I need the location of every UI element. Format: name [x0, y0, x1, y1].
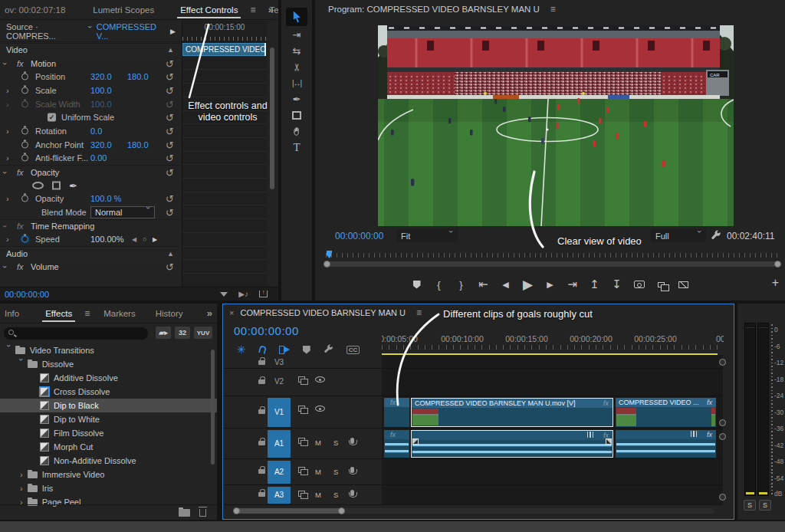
mute-button[interactable]: M — [315, 468, 321, 476]
lock-icon[interactable] — [258, 409, 265, 414]
zoom-level-select[interactable]: Fit› — [396, 229, 458, 242]
hand-tool[interactable] — [287, 124, 307, 139]
stopwatch-icon[interactable] — [21, 74, 28, 80]
kf-prev-icon[interactable]: ◀ — [132, 236, 136, 243]
reset-icon[interactable]: ↺ — [166, 84, 174, 96]
nest-toggle-icon[interactable]: ✳ — [237, 343, 246, 356]
tree-immersive-video[interactable]: ›Immersive Video — [0, 468, 217, 481]
32bit-badge[interactable]: 32 — [175, 327, 190, 339]
reset-icon[interactable]: ↺ — [166, 261, 174, 272]
ripple-edit-tool[interactable]: ⇆ — [287, 44, 307, 58]
chevron-right-icon[interactable]: › — [6, 235, 9, 244]
sync-lock-icon[interactable] — [298, 491, 305, 497]
sync-lock-icon[interactable] — [298, 438, 305, 444]
track-label-v2[interactable]: V2 — [268, 377, 291, 386]
chevron-down-icon[interactable]: › — [1, 171, 10, 174]
solo-left-button[interactable]: S — [744, 500, 756, 511]
mic-icon[interactable] — [350, 438, 354, 444]
stopwatch-icon[interactable] — [21, 127, 28, 134]
ec-scrollbar[interactable] — [270, 48, 274, 189]
comparison-view-button[interactable] — [656, 282, 667, 287]
solo-button[interactable]: S — [333, 438, 338, 447]
go-to-out-button[interactable]: ⇥ — [567, 277, 578, 291]
play-button[interactable]: ▶ — [523, 277, 534, 293]
go-to-in-button[interactable]: ⇤ — [478, 277, 489, 291]
reset-icon[interactable]: ↺ — [166, 57, 174, 69]
timeline-ruler[interactable]: 0:00:05:00 00:00:10:00 00:00:15:00 00:00… — [382, 329, 724, 352]
mic-icon[interactable] — [350, 490, 354, 496]
slip-tool[interactable]: |↔| — [287, 76, 307, 90]
anchor-y-value[interactable]: 180.0 — [127, 140, 149, 149]
trash-icon[interactable] — [199, 509, 206, 517]
rectangle-tool[interactable] — [287, 108, 307, 123]
fade-handle[interactable] — [412, 438, 419, 445]
reset-icon[interactable]: ↺ — [166, 207, 174, 218]
panel-menu-icon[interactable]: ≡ — [550, 4, 556, 15]
mute-button[interactable]: M — [315, 491, 321, 499]
sync-lock-icon[interactable] — [298, 376, 305, 383]
effect-volume[interactable]: Volume — [31, 262, 59, 271]
filter-icon[interactable] — [220, 292, 228, 297]
new-bin-icon[interactable] — [179, 509, 190, 517]
clip2-video[interactable]: COMPRESSED VIDEO ... fx — [616, 398, 716, 427]
tree-dissolve[interactable]: ›Dissolve — [0, 357, 217, 371]
panel-menu-icon[interactable]: ≡ — [250, 5, 255, 15]
captions-icon[interactable]: CC — [347, 346, 360, 354]
effects-scrollbar[interactable] — [211, 350, 215, 465]
type-tool[interactable]: T — [287, 140, 307, 155]
yuv-badge[interactable]: YUV — [194, 327, 212, 339]
tree-dip-to-black[interactable]: Dip to Black — [0, 399, 217, 412]
accelerated-effects-badge[interactable]: ▰▸ — [156, 327, 171, 339]
chevron-right-icon[interactable]: › — [6, 126, 9, 136]
chevron-right-icon[interactable]: › — [6, 194, 9, 203]
stopwatch-icon[interactable] — [21, 141, 28, 148]
play-icon[interactable]: ▶ — [170, 28, 176, 35]
track-label-a2[interactable]: A2 — [268, 461, 291, 484]
scale-value[interactable]: 100.0 — [90, 86, 112, 95]
effect-opacity[interactable]: Opacity — [31, 168, 59, 177]
audio-clip1[interactable]: fx — [411, 430, 613, 458]
step-back-button[interactable]: ◀ — [501, 280, 511, 290]
clip1-video[interactable]: COMPRESSED VIDEO BARNSLEY MAN U.mov [V] … — [411, 398, 613, 427]
tree-morph-cut[interactable]: Morph Cut — [0, 440, 217, 454]
position-x-value[interactable]: 320.0 — [90, 72, 112, 81]
linked-selection-icon[interactable] — [279, 345, 290, 354]
reset-icon[interactable]: ↺ — [166, 125, 174, 136]
tree-non-additive-dissolve[interactable]: Non-Additive Dissolve — [0, 454, 217, 468]
lock-icon[interactable] — [258, 441, 265, 445]
section-audio[interactable]: Audio — [6, 249, 28, 258]
scroll-handle[interactable] — [719, 494, 726, 501]
rotation-value[interactable]: 0.0 — [90, 126, 102, 136]
sequence-tab-title[interactable]: COMPRESSED VIDEO BARNSLEY MAN U — [240, 308, 406, 317]
opacity-value[interactable]: 100.0 % — [90, 194, 121, 203]
clip-fragment-v1[interactable]: fx — [384, 398, 409, 427]
multicam-toggle-button[interactable] — [678, 281, 689, 288]
chevron-right-icon[interactable]: › — [6, 86, 9, 95]
collapse-icon[interactable]: ▲ — [167, 250, 174, 258]
tab-effect-controls[interactable]: Effect Controls — [172, 0, 245, 20]
mark-in-button[interactable]: { — [434, 279, 445, 291]
stopwatch-icon-active[interactable] — [21, 236, 28, 243]
track-label-a1[interactable]: A1 — [268, 430, 291, 458]
lift-button[interactable]: ↥ — [590, 277, 600, 291]
chevron-down-icon[interactable]: › — [86, 25, 95, 28]
audio-fragment-a1[interactable]: fx — [384, 430, 409, 458]
effect-time-remapping[interactable]: Time Remapping — [31, 222, 94, 231]
snap-magnet-icon[interactable] — [258, 345, 267, 354]
export-frame-button[interactable] — [634, 281, 645, 288]
reset-icon[interactable]: ↺ — [166, 153, 174, 164]
panel-menu-icon[interactable]: ≡ — [416, 307, 422, 318]
tab-effects[interactable]: Effects — [38, 304, 80, 323]
program-current-timecode[interactable]: 00:00:00:00 — [335, 231, 383, 241]
tree-dip-to-white[interactable]: Dip to White — [0, 412, 217, 426]
reset-icon[interactable]: ↺ — [166, 193, 174, 205]
solo-button[interactable]: S — [333, 491, 338, 499]
ec-keyframe-lane[interactable]: 00:00:15:00 COMPRESSED VIDEO B — [182, 21, 267, 287]
ec-playhead[interactable] — [264, 43, 266, 56]
ec-mini-clip[interactable]: COMPRESSED VIDEO B — [182, 43, 265, 56]
tab-markers[interactable]: Markers — [96, 304, 143, 323]
selection-tool[interactable] — [286, 8, 307, 26]
program-video-frame[interactable]: CAR — [378, 25, 734, 226]
tab-lumetri-scopes[interactable]: Lumetri Scopes — [85, 0, 162, 20]
scroll-handle[interactable] — [719, 433, 726, 440]
